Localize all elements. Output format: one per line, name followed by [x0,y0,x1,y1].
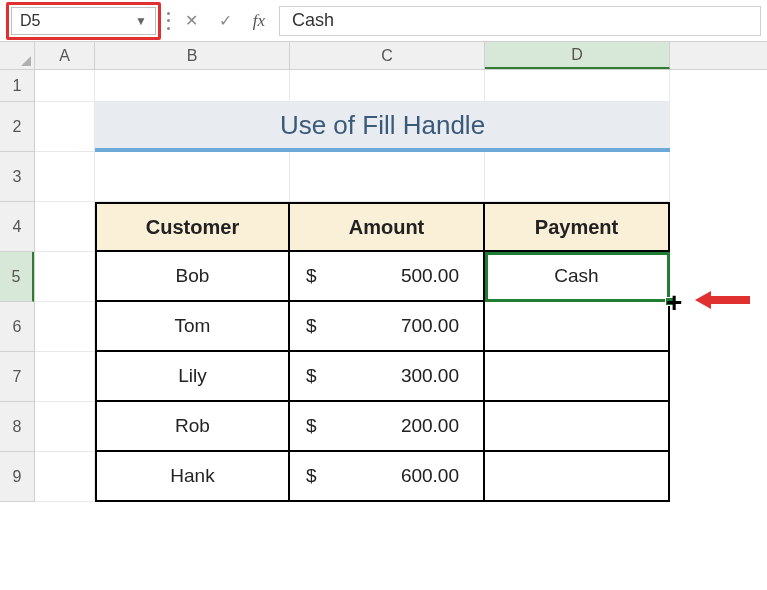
enter-icon[interactable]: ✓ [211,7,239,35]
cell[interactable] [485,70,670,102]
grid[interactable]: Customer Amount Payment Bob $500.00 Cash… [35,70,767,502]
table-cell-customer[interactable]: Bob [95,252,290,302]
cell[interactable] [35,302,95,352]
row-header-6[interactable]: 6 [0,302,34,352]
formula-bar: D5 ▼ ✕ ✓ fx Cash [0,0,767,42]
currency-symbol: $ [306,465,317,487]
table-cell-customer[interactable]: Hank [95,452,290,502]
table-cell-payment[interactable] [485,402,670,452]
name-box-value: D5 [20,12,40,30]
amount-value: 700.00 [401,315,459,337]
select-all-corner[interactable] [0,42,35,70]
cell[interactable] [290,152,485,202]
amount-value: 200.00 [401,415,459,437]
currency-symbol: $ [306,315,317,337]
row-header-5[interactable]: 5 [0,252,34,302]
table-cell-payment[interactable] [485,302,670,352]
fill-cursor-icon: + [666,289,682,317]
cell[interactable] [290,70,485,102]
amount-value: 600.00 [401,465,459,487]
sheet-title[interactable]: Use of Fill Handle [95,102,670,152]
row-header-8[interactable]: 8 [0,402,34,452]
cancel-icon[interactable]: ✕ [177,7,205,35]
table-cell-amount[interactable]: $200.00 [290,402,485,452]
table-cell-amount[interactable]: $600.00 [290,452,485,502]
column-headers: A B C D [0,42,767,70]
table-cell-payment[interactable]: Cash [485,252,670,302]
cell[interactable] [35,102,95,152]
currency-symbol: $ [306,265,317,287]
col-header-C[interactable]: C [290,42,485,69]
col-header-B[interactable]: B [95,42,290,69]
amount-value: 500.00 [401,265,459,287]
formula-input[interactable]: Cash [279,6,761,36]
currency-symbol: $ [306,415,317,437]
row-headers: 1 2 3 4 5 6 7 8 9 [0,70,35,502]
table-cell-amount[interactable]: $300.00 [290,352,485,402]
cell[interactable] [95,70,290,102]
table-cell-customer[interactable]: Lily [95,352,290,402]
row-header-7[interactable]: 7 [0,352,34,402]
divider [167,8,171,34]
name-box[interactable]: D5 ▼ [11,7,156,35]
cell[interactable] [35,252,95,302]
svg-marker-0 [695,291,750,309]
col-header-A[interactable]: A [35,42,95,69]
amount-value: 300.00 [401,365,459,387]
row-header-4[interactable]: 4 [0,202,34,252]
row-header-1[interactable]: 1 [0,70,34,102]
table-cell-amount[interactable]: $500.00 [290,252,485,302]
cell[interactable] [35,202,95,252]
name-box-highlight: D5 ▼ [6,2,161,40]
chevron-down-icon[interactable]: ▼ [135,14,147,28]
spreadsheet-area: A B C D 1 2 3 4 5 6 7 8 9 [0,42,767,502]
table-cell-customer[interactable]: Rob [95,402,290,452]
row-header-9[interactable]: 9 [0,452,34,502]
table-cell-payment[interactable] [485,452,670,502]
row-header-2[interactable]: 2 [0,102,34,152]
arrow-left-icon [695,289,755,311]
table-header-amount[interactable]: Amount [290,202,485,252]
table-cell-customer[interactable]: Tom [95,302,290,352]
cell[interactable] [35,402,95,452]
formula-value: Cash [292,10,334,31]
table-header-customer[interactable]: Customer [95,202,290,252]
table-cell-amount[interactable]: $700.00 [290,302,485,352]
cell[interactable] [95,152,290,202]
cell[interactable] [35,352,95,402]
table-header-payment[interactable]: Payment [485,202,670,252]
fx-icon[interactable]: fx [245,7,273,35]
row-header-3[interactable]: 3 [0,152,34,202]
col-header-D[interactable]: D [485,42,670,69]
cell[interactable] [35,152,95,202]
cell[interactable] [35,70,95,102]
table-cell-payment[interactable] [485,352,670,402]
cell[interactable] [485,152,670,202]
currency-symbol: $ [306,365,317,387]
cell[interactable] [35,452,95,502]
